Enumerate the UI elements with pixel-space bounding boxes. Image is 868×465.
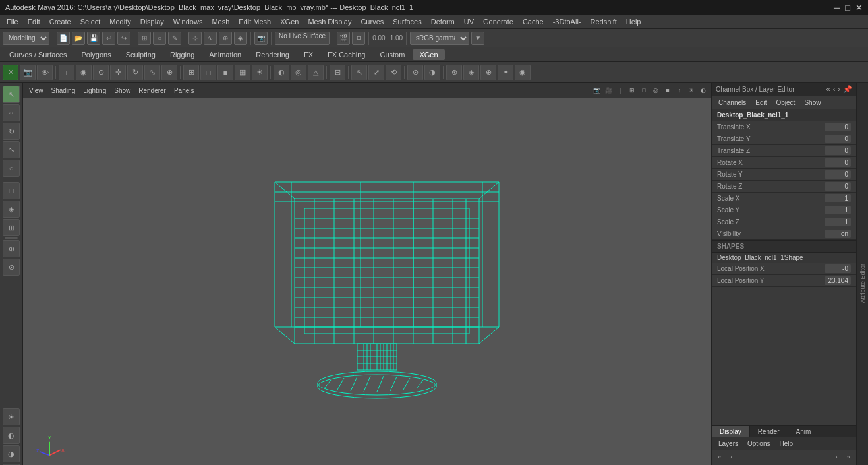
- menu-mesh-tools[interactable]: XGen: [276, 16, 303, 27]
- poly-sidebar-tool[interactable]: ◈: [3, 201, 20, 218]
- ch-menu-object[interactable]: Object: [772, 98, 799, 108]
- ch-ctrl-3[interactable]: ›: [838, 85, 840, 94]
- mode-select[interactable]: Modeling: [3, 32, 49, 45]
- snap-surface-icon[interactable]: ◈: [234, 32, 247, 45]
- light-icon[interactable]: ☀: [252, 65, 268, 80]
- tab-custom[interactable]: Custom: [374, 49, 412, 60]
- attr-local-pos-x[interactable]: Local Position X -0: [712, 263, 856, 275]
- smooth-icon[interactable]: ◎: [291, 65, 306, 80]
- attr-scale-x[interactable]: Scale X 1: [712, 193, 856, 204]
- tab-sculpting[interactable]: Sculpting: [119, 49, 162, 60]
- snap-grid-icon[interactable]: ⊹: [188, 32, 202, 45]
- maximize-button[interactable]: □: [845, 3, 850, 13]
- layer-btn-2[interactable]: ‹: [726, 452, 737, 462]
- layer-menu-layers[interactable]: Layers: [714, 439, 742, 449]
- bottom-sidebar-1[interactable]: ◑: [3, 445, 20, 462]
- vp-menu-renderer[interactable]: Renderer: [135, 86, 169, 96]
- poly-icon[interactable]: △: [308, 65, 324, 80]
- soft-sidebar-tool[interactable]: ○: [3, 160, 20, 177]
- vp-grid-icon[interactable]: ⊞: [627, 85, 637, 96]
- attr-local-pos-y[interactable]: Local Position Y 23.104: [712, 275, 856, 287]
- save-icon[interactable]: 💾: [87, 32, 100, 45]
- vp-menu-panels[interactable]: Panels: [171, 86, 198, 96]
- undo-icon[interactable]: ↩: [102, 32, 115, 45]
- vp-lights-icon[interactable]: ☀: [686, 85, 697, 96]
- vp-camera-icon[interactable]: 📷: [591, 85, 602, 96]
- menu-mesh-display[interactable]: Mesh Display: [304, 16, 355, 27]
- vp-menu-lighting[interactable]: Lighting: [80, 86, 109, 96]
- menu-curves[interactable]: Curves: [357, 16, 388, 27]
- camera-tool[interactable]: 📷: [20, 65, 36, 80]
- ch-menu-show[interactable]: Show: [800, 98, 825, 108]
- color-settings-icon[interactable]: ▼: [471, 32, 484, 45]
- solid-icon[interactable]: ■: [217, 65, 233, 80]
- vp-shadows-icon[interactable]: ◐: [698, 85, 709, 96]
- menu-file[interactable]: File: [3, 16, 22, 27]
- ch-ctrl-pin[interactable]: 📌: [843, 85, 852, 94]
- rotate-sidebar-tool[interactable]: ↻: [3, 123, 20, 140]
- attribute-editor-strip[interactable]: Attribute Editor: [856, 83, 868, 465]
- eye3-tool[interactable]: ⊙: [93, 65, 109, 80]
- tab-render[interactable]: Render: [750, 426, 788, 437]
- redo-icon[interactable]: ↪: [117, 32, 130, 45]
- texture-icon[interactable]: ▦: [235, 65, 250, 80]
- attr-scale-z[interactable]: Scale Z 1: [712, 216, 856, 228]
- grid-icon[interactable]: ⊞: [183, 65, 199, 80]
- attr-translate-x[interactable]: Translate X 0: [712, 121, 856, 133]
- menu-select[interactable]: Select: [76, 16, 105, 27]
- lasso-icon[interactable]: ○: [153, 32, 166, 45]
- layer-btn-3[interactable]: ›: [831, 452, 842, 462]
- attr-visibility[interactable]: Visibility on: [712, 228, 856, 240]
- eye2-tool[interactable]: ◉: [76, 65, 92, 80]
- tab-xgen[interactable]: XGen: [413, 49, 444, 60]
- menu-create[interactable]: Create: [45, 16, 75, 27]
- grid-sidebar-tool[interactable]: ⊞: [3, 219, 20, 236]
- move2-icon[interactable]: ↖: [351, 65, 367, 80]
- vp-smooth-icon[interactable]: ◎: [651, 85, 661, 96]
- attr-rotate-x[interactable]: Rotate X 0: [712, 157, 856, 169]
- anim-sidebar-tool[interactable]: ⊕: [3, 240, 20, 257]
- layer-menu-options[interactable]: Options: [743, 439, 774, 449]
- xgen3-icon[interactable]: ⊕: [480, 65, 496, 80]
- scale2-icon[interactable]: ⤢: [368, 65, 384, 80]
- layer-btn-1[interactable]: «: [714, 452, 725, 462]
- attr-scale-y[interactable]: Scale Y 1: [712, 204, 856, 216]
- menu-generate[interactable]: Generate: [479, 16, 517, 27]
- menu-surfaces[interactable]: Surfaces: [389, 16, 425, 27]
- move-tool[interactable]: ✛: [110, 65, 126, 80]
- eye-tool[interactable]: 👁: [37, 65, 53, 80]
- xgen-icon[interactable]: ⊛: [446, 65, 462, 80]
- attr-translate-y[interactable]: Translate Y 0: [712, 133, 856, 145]
- open-icon[interactable]: 📂: [72, 32, 85, 45]
- tab-fx[interactable]: FX: [297, 49, 320, 60]
- render-sidebar-tool[interactable]: ⊙: [3, 259, 20, 276]
- pivot-tool[interactable]: ⊕: [161, 65, 177, 80]
- tab-curves-surfaces[interactable]: Curves / Surfaces: [3, 49, 73, 60]
- tab-polygons[interactable]: Polygons: [74, 49, 117, 60]
- layer-icon[interactable]: ⊟: [330, 65, 345, 80]
- ch-menu-channels[interactable]: Channels: [714, 98, 750, 108]
- render-icon[interactable]: 🎬: [337, 32, 350, 45]
- menu-edit[interactable]: Edit: [24, 16, 44, 27]
- ch-ctrl-2[interactable]: ‹: [833, 85, 836, 94]
- rot2-icon[interactable]: ⟲: [386, 65, 401, 80]
- light-sidebar-tool[interactable]: ☀: [3, 408, 20, 425]
- menu-display[interactable]: Display: [136, 16, 168, 27]
- paint-icon[interactable]: ✎: [168, 32, 181, 45]
- select-tool[interactable]: ✕: [3, 65, 18, 80]
- shading-icon[interactable]: ◐: [274, 65, 289, 80]
- cam-sidebar-tool[interactable]: ◐: [3, 427, 20, 444]
- tab-animation[interactable]: Animation: [202, 49, 248, 60]
- xgen2-icon[interactable]: ◈: [463, 65, 479, 80]
- scale-tool[interactable]: ⤡: [144, 65, 160, 80]
- menu-3dtall[interactable]: -3DtoAll-: [549, 16, 585, 27]
- ch-menu-edit[interactable]: Edit: [751, 98, 770, 108]
- menu-edit-mesh[interactable]: Edit Mesh: [235, 16, 275, 27]
- layer-menu-help[interactable]: Help: [775, 439, 797, 449]
- camera-icon[interactable]: 📷: [254, 32, 268, 45]
- attr-translate-z[interactable]: Translate Z 0: [712, 145, 856, 157]
- tab-fx-caching[interactable]: FX Caching: [321, 49, 372, 60]
- select-sidebar-tool[interactable]: ↖: [3, 86, 20, 103]
- new-scene-icon[interactable]: 📄: [57, 32, 70, 45]
- show-sidebar-tool[interactable]: □: [3, 182, 20, 199]
